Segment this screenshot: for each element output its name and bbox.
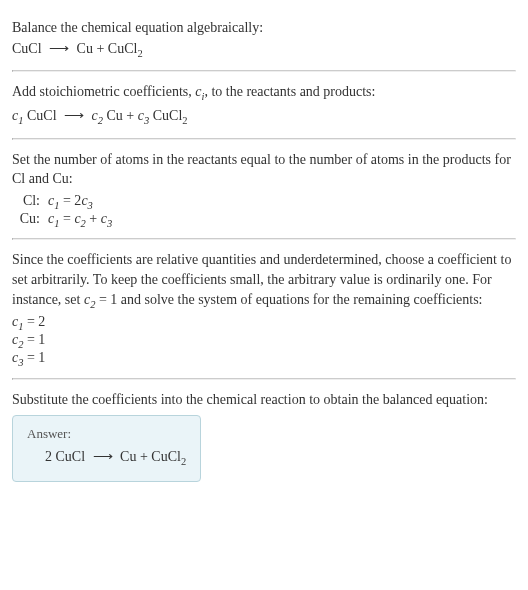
section-solve: Since the coefficients are relative quan… xyxy=(12,240,516,377)
eq: = xyxy=(59,211,74,226)
subscript-2: 2 xyxy=(182,115,187,126)
balanced-equation: 2 CuCl ⟶ Cu + CuCl2 xyxy=(27,448,186,467)
sub: 3 xyxy=(88,200,93,211)
val: = 1 xyxy=(23,350,45,365)
reactant: CuCl xyxy=(12,41,42,56)
atom-row-cl: Cl: c1 = 2c3 xyxy=(12,193,516,211)
t3: CuCl xyxy=(149,108,182,123)
atom-label-cu: Cu: xyxy=(12,211,40,227)
plus: + xyxy=(96,41,107,56)
subscript-2: 2 xyxy=(137,47,142,58)
instruction-solve: Since the coefficients are relative quan… xyxy=(12,250,516,312)
product-cu: Cu xyxy=(77,41,93,56)
reaction-arrow: ⟶ xyxy=(64,107,84,124)
plus: + xyxy=(126,108,137,123)
subscript-2: 2 xyxy=(181,456,186,467)
set-val: = 1 xyxy=(95,292,117,307)
reaction-arrow: ⟶ xyxy=(49,40,69,57)
instruction-balance: Balance the chemical equation algebraica… xyxy=(12,18,516,38)
section-atom-balance: Set the number of atoms in the reactants… xyxy=(12,140,516,239)
t1: CuCl xyxy=(23,108,56,123)
sub: 3 xyxy=(107,217,112,228)
section-problem: Balance the chemical equation algebraica… xyxy=(12,8,516,70)
result-c3: c3 = 1 xyxy=(12,350,516,368)
instruction-substitute: Substitute the coefficients into the che… xyxy=(12,390,516,410)
section-answer: Substitute the coefficients into the che… xyxy=(12,380,516,492)
result-c2: c2 = 1 xyxy=(12,332,516,350)
result-c1: c1 = 2 xyxy=(12,314,516,332)
instruction-add-coef: Add stoichiometric coefficients, ci, to … xyxy=(12,82,516,104)
text-b: and solve the system of equations for th… xyxy=(117,292,482,307)
answer-box: Answer: 2 CuCl ⟶ Cu + CuCl2 xyxy=(12,415,201,482)
product-cu: Cu xyxy=(120,449,136,464)
section-stoichiometric: Add stoichiometric coefficients, ci, to … xyxy=(12,72,516,137)
text-b: , to the reactants and products: xyxy=(204,84,375,99)
reactant: 2 CuCl xyxy=(45,449,85,464)
instruction-atom-balance: Set the number of atoms in the reactants… xyxy=(12,150,516,189)
product-cucl2: CuCl2 xyxy=(108,41,143,56)
reaction-arrow: ⟶ xyxy=(93,448,113,465)
text-a: Add stoichiometric coefficients, xyxy=(12,84,195,99)
formula-base: CuCl xyxy=(151,449,181,464)
val: = 1 xyxy=(23,332,45,347)
formula-base: CuCl xyxy=(108,41,138,56)
atom-row-cu: Cu: c1 = c2 + c3 xyxy=(12,211,516,229)
t2: Cu xyxy=(103,108,123,123)
equation-unbalanced: CuCl ⟶ Cu + CuCl2 xyxy=(12,40,516,59)
answer-label: Answer: xyxy=(27,426,186,442)
atom-balance-table: Cl: c1 = 2c3 Cu: c1 = c2 + c3 xyxy=(12,193,516,229)
atom-label-cl: Cl: xyxy=(12,193,40,209)
eq: = 2 xyxy=(59,193,81,208)
product-cucl2: CuCl2 xyxy=(151,449,186,464)
atom-eq-cu: c1 = c2 + c3 xyxy=(48,211,112,229)
val: = 2 xyxy=(23,314,45,329)
plus: + xyxy=(86,211,101,226)
atom-eq-cl: c1 = 2c3 xyxy=(48,193,93,211)
plus: + xyxy=(140,449,151,464)
equation-stoich: c1 CuCl ⟶ c2 Cu + c3 CuCl2 xyxy=(12,107,516,126)
